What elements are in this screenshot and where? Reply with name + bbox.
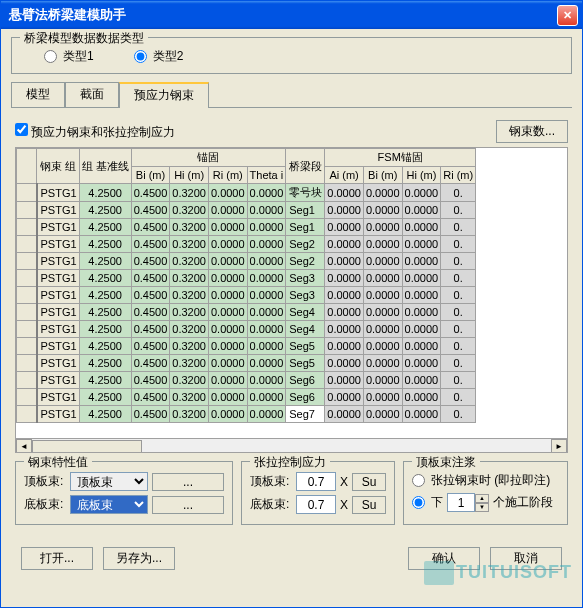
table-row[interactable]: PSTG1 4.2500 0.4500 0.3200 0.0000 0.0000… xyxy=(17,202,476,219)
scroll-left-icon[interactable]: ◄ xyxy=(16,439,32,453)
model-type-group: 桥梁模型数据数据类型 类型1 类型2 xyxy=(11,37,572,74)
col-hi2: Hi (m) xyxy=(402,167,441,184)
top-tendon-dots[interactable]: ... xyxy=(152,473,224,491)
table-row[interactable]: PSTG1 4.2500 0.4500 0.3200 0.0000 0.0000… xyxy=(17,355,476,372)
saveas-button[interactable]: 另存为... xyxy=(103,547,175,570)
table-row[interactable]: PSTG1 4.2500 0.4500 0.3200 0.0000 0.0000… xyxy=(17,253,476,270)
table-row[interactable]: PSTG1 4.2500 0.4500 0.3200 0.0000 0.0000… xyxy=(17,304,476,321)
table-row[interactable]: PSTG1 4.2500 0.4500 0.3200 0.0000 0.0000… xyxy=(17,287,476,304)
col-fsm: FSM锚固 xyxy=(325,149,476,167)
titlebar[interactable]: 悬臂法桥梁建模助手 ✕ xyxy=(1,1,582,29)
col-ri: Ri (m) xyxy=(208,167,247,184)
type1-radio[interactable]: 类型1 xyxy=(44,48,94,65)
model-type-legend: 桥梁模型数据数据类型 xyxy=(20,30,148,47)
prestress-checkbox[interactable]: 预应力钢束和张拉控制应力 xyxy=(15,123,496,141)
bottom-tension-input[interactable] xyxy=(296,495,336,514)
table-row[interactable]: PSTG1 4.2500 0.4500 0.3200 0.0000 0.0000… xyxy=(17,219,476,236)
bottom-tendon-select[interactable]: 底板束 xyxy=(70,495,148,514)
tab-prestress[interactable]: 预应力钢束 xyxy=(119,82,209,108)
col-ai: Ai (m) xyxy=(325,167,364,184)
col-bi2: Bi (m) xyxy=(363,167,402,184)
h-scrollbar[interactable]: ◄ ► xyxy=(16,438,567,453)
table-row[interactable]: PSTG1 4.2500 0.4500 0.3200 0.0000 0.0000… xyxy=(17,338,476,355)
cancel-button[interactable]: 取消 xyxy=(490,547,562,570)
spin-up-icon[interactable]: ▲ xyxy=(475,494,489,503)
tab-model[interactable]: 模型 xyxy=(11,82,65,107)
top-tension-input[interactable] xyxy=(296,472,336,491)
col-bi: Bi (m) xyxy=(131,167,170,184)
tension-group: 张拉控制应力 顶板束: X Su 底板束: X Su xyxy=(241,461,395,525)
col-baseline: 组 基准线 xyxy=(79,149,131,184)
grout-stage-spinner[interactable]: ▲▼ xyxy=(447,493,489,512)
grout-immediate-radio[interactable]: 张拉钢束时 (即拉即注) xyxy=(412,472,550,489)
col-anchor: 锚固 xyxy=(131,149,286,167)
col-theta: Theta i xyxy=(247,167,286,184)
col-hi: Hi (m) xyxy=(170,167,209,184)
open-button[interactable]: 打开... xyxy=(21,547,93,570)
tab-strip: 模型 截面 预应力钢束 xyxy=(11,82,572,108)
top-su-button[interactable]: Su xyxy=(352,473,386,491)
close-icon[interactable]: ✕ xyxy=(557,5,578,26)
scroll-right-icon[interactable]: ► xyxy=(551,439,567,453)
table-row[interactable]: PSTG1 4.2500 0.4500 0.3200 0.0000 0.0000… xyxy=(17,236,476,253)
table-row[interactable]: PSTG1 4.2500 0.4500 0.3200 0.0000 0.0000… xyxy=(17,406,476,423)
table-row[interactable]: PSTG1 4.2500 0.4500 0.3200 0.0000 0.0000… xyxy=(17,270,476,287)
scroll-thumb[interactable] xyxy=(32,440,142,453)
main-window: 悬臂法桥梁建模助手 ✕ 桥梁模型数据数据类型 类型1 类型2 模型 截面 预应力… xyxy=(0,0,583,608)
col-ri2: Ri (m) xyxy=(441,167,476,184)
bottom-tendon-dots[interactable]: ... xyxy=(152,496,224,514)
table-row[interactable]: PSTG1 4.2500 0.4500 0.3200 0.0000 0.0000… xyxy=(17,321,476,338)
table-row[interactable]: PSTG1 4.2500 0.4500 0.3200 0.0000 0.0000… xyxy=(17,372,476,389)
table-row[interactable]: PSTG1 4.2500 0.4500 0.3200 0.0000 0.0000… xyxy=(17,389,476,406)
window-title: 悬臂法桥梁建模助手 xyxy=(9,6,557,24)
table-row[interactable]: PSTG1 4.2500 0.4500 0.3200 0.0000 0.0000… xyxy=(17,184,476,202)
tendon-count-button[interactable]: 钢束数... xyxy=(496,120,568,143)
bottom-su-button[interactable]: Su xyxy=(352,496,386,514)
top-tendon-select[interactable]: 顶板束 xyxy=(70,472,148,491)
spin-down-icon[interactable]: ▼ xyxy=(475,503,489,512)
grout-group: 顶板束注浆 张拉钢束时 (即拉即注) 下 ▲▼ 个施工阶段 xyxy=(403,461,568,525)
col-segment: 桥梁段 xyxy=(286,149,325,184)
tendon-props-group: 钢束特性值 顶板束: 顶板束 ... 底板束: 底板束 ... xyxy=(15,461,233,525)
ok-button[interactable]: 确认 xyxy=(408,547,480,570)
col-group: 钢束 组 xyxy=(37,149,80,184)
tendon-table: 钢束 组 组 基准线 锚固 桥梁段 FSM锚固 Bi (m) Hi (m) Ri… xyxy=(15,147,568,453)
grout-after-radio[interactable]: 下 xyxy=(412,494,443,511)
tab-section[interactable]: 截面 xyxy=(65,82,119,107)
type2-radio[interactable]: 类型2 xyxy=(134,48,184,65)
